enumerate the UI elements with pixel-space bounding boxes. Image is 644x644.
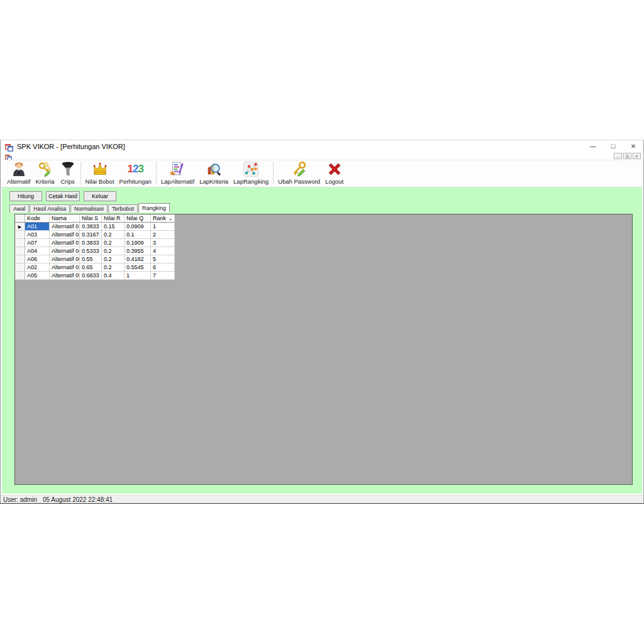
toolbar-item-label: Perhitungan (119, 178, 152, 185)
table-cell[interactable]: 0.3833 (80, 239, 102, 247)
toolbar-item-perhitungan[interactable]: 123Perhitungan (117, 161, 154, 185)
row-header-corner[interactable] (15, 214, 25, 223)
table-cell[interactable]: Alternatif 03 (50, 231, 80, 239)
table-cell[interactable]: Alternatif 07 (50, 239, 80, 247)
table-cell[interactable]: A03 (25, 231, 50, 239)
mdi-minimize-icon[interactable]: – (614, 153, 622, 159)
network-chart-icon (243, 161, 259, 177)
table-cell[interactable]: 5 (151, 255, 175, 264)
table-cell[interactable]: 0.3167 (80, 231, 102, 239)
mdi-restore-icon[interactable]: ⧉ (623, 153, 631, 159)
table-cell[interactable]: 4 (151, 247, 175, 255)
table-cell[interactable]: 0.55 (80, 255, 102, 264)
row-header-cell[interactable]: ▶ (15, 223, 25, 231)
table-cell[interactable]: 0.4182 (125, 255, 151, 264)
table-cell[interactable]: 0.2 (102, 239, 125, 247)
table-row: A02Alternatif 020.650.20.55456 (15, 264, 175, 272)
cetak-hasil-button[interactable]: Cetak Hasil (46, 191, 80, 201)
toolbar-item-lap-alternatif[interactable]: LapAlternatif (158, 161, 197, 185)
row-header-cell[interactable] (15, 231, 25, 239)
status-datetime: 05 August 2022 22:48:41 (43, 496, 113, 503)
toolbar-item-label: LapAlternatif (161, 178, 194, 185)
mdi-close-icon[interactable]: ✕ (633, 153, 641, 159)
table-cell[interactable]: Alternatif 04 (50, 247, 80, 255)
table-cell[interactable]: A07 (25, 239, 50, 247)
mdi-menu-row: – ⧉ ✕ (1, 152, 643, 160)
tab-terbobot[interactable]: Terbobot (108, 204, 138, 213)
table-row: A06Alternatif 060.550.20.41825 (15, 255, 175, 264)
toolbar-item-alternatif[interactable]: Alternatif (4, 161, 33, 185)
sort-ascending-icon: ▲ (169, 217, 172, 221)
maximize-icon[interactable]: □ (609, 142, 617, 151)
person-icon (11, 161, 27, 177)
table-cell[interactable]: 2 (151, 231, 175, 239)
window-title: SPK VIKOR - [Perhitungan VIKOR] (17, 143, 125, 150)
table-cell[interactable]: 6 (151, 264, 175, 272)
table-cell[interactable]: A05 (25, 272, 50, 280)
table-cell[interactable]: 0.2 (102, 255, 125, 264)
table-cell[interactable]: 0.5333 (80, 247, 102, 255)
row-header-cell[interactable] (15, 239, 25, 247)
table-cell[interactable]: A02 (25, 264, 50, 272)
column-header-nilai-s[interactable]: Nilai S (80, 214, 102, 223)
row-header-cell[interactable] (15, 255, 25, 264)
column-header-nilai-r[interactable]: Nilai R (102, 214, 125, 223)
table-cell[interactable]: 0.3955 (125, 247, 151, 255)
table-cell[interactable]: 0.1909 (125, 239, 151, 247)
datagrid-background: KodeNamaNilai SNilai RNilai QRank▲▶A01Al… (14, 214, 633, 485)
table-cell[interactable]: 1 (125, 272, 151, 280)
table-cell[interactable]: A06 (25, 255, 50, 264)
crown-icon (92, 161, 108, 177)
mdi-child-form-icon (5, 152, 12, 158)
table-cell[interactable]: 0.1 (125, 231, 151, 239)
table-cell[interactable]: 0.4 (102, 272, 125, 280)
row-header-cell[interactable] (15, 264, 25, 272)
close-icon[interactable]: ✕ (630, 142, 637, 151)
table-cell[interactable]: 0.0909 (125, 223, 151, 231)
toolbar-item-lap-kriteria[interactable]: LapKriteria (197, 161, 231, 185)
table-cell[interactable]: 0.2 (102, 247, 125, 255)
row-header-cell[interactable] (15, 247, 25, 255)
table-cell[interactable]: 0.2 (102, 231, 125, 239)
keluar-button[interactable]: Keluar (84, 191, 116, 201)
content-panel: HitungCetak HasilKeluar AwalHasil Analis… (2, 187, 642, 494)
column-header-rank[interactable]: Rank▲ (151, 214, 175, 223)
table-cell[interactable]: 7 (151, 272, 175, 280)
toolbar-item-crips[interactable]: Crips (57, 161, 79, 185)
table-cell[interactable]: 0.6833 (80, 272, 102, 280)
main-toolbar: AlternatifKriteriaCripsNilai Bobot123Per… (1, 160, 643, 187)
table-row: A07Alternatif 070.38330.20.19093 (15, 239, 175, 247)
column-header-kode[interactable]: Kode (25, 214, 50, 223)
table-cell[interactable]: 0.3833 (80, 223, 102, 231)
action-button-row: HitungCetak HasilKeluar (9, 191, 116, 201)
tab-hasil-analisa[interactable]: Hasil Analisa (30, 204, 70, 213)
column-header-nama[interactable]: Nama (50, 214, 80, 223)
hitung-button[interactable]: Hitung (9, 191, 42, 201)
table-cell[interactable]: 0.65 (80, 264, 102, 272)
table-cell[interactable]: 0.5545 (125, 264, 151, 272)
table-cell[interactable]: A04 (25, 247, 50, 255)
toolbar-separator (80, 162, 81, 184)
toolbar-item-ubah-password[interactable]: Ubah Password (275, 161, 323, 185)
toolbar-item-lap-rangking[interactable]: LapRangking (231, 161, 271, 185)
tab-awal[interactable]: Awal (9, 204, 29, 213)
table-cell[interactable]: Alternatif 02 (50, 264, 80, 272)
table-cell[interactable]: Alternatif 01 (50, 223, 80, 231)
table-cell[interactable]: 3 (151, 239, 175, 247)
selected-cell[interactable]: A01 (25, 223, 50, 231)
column-header-nilai-q[interactable]: Nilai Q (125, 214, 151, 223)
table-cell[interactable]: Alternatif 05 (50, 272, 80, 280)
toolbar-item-logout[interactable]: Logout (323, 161, 346, 185)
row-header-cell[interactable] (15, 272, 25, 280)
toolbar-item-nilai-bobot[interactable]: Nilai Bobot (83, 161, 117, 185)
minimize-icon[interactable]: — (589, 142, 597, 151)
table-cell[interactable]: Alternatif 06 (50, 255, 80, 264)
table-cell[interactable]: 1 (151, 223, 175, 231)
toolbar-item-kriteria[interactable]: Kriteria (33, 161, 57, 185)
desktop-page: SPK VIKOR - [Perhitungan VIKOR] — □ ✕ (0, 0, 644, 644)
table-cell[interactable]: 0.2 (102, 264, 125, 272)
tab-strip: AwalHasil AnalisaNormalisasiTerbobotRang… (9, 203, 170, 213)
tab-normalisasi[interactable]: Normalisasi (70, 204, 108, 213)
tab-rangking[interactable]: Rangking (138, 203, 170, 213)
table-cell[interactable]: 0.15 (102, 223, 125, 231)
